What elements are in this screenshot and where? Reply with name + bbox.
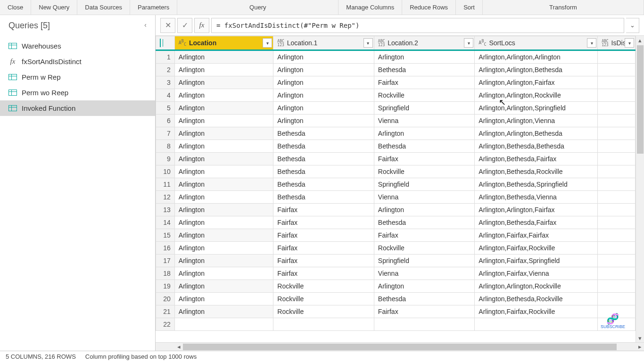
table-row[interactable]: 16ArlingtonFairfaxRockvilleArlington,Fai… (156, 242, 636, 255)
cell[interactable]: Bethesda (273, 191, 374, 204)
cell[interactable]: Rockville (273, 293, 374, 305)
row-number[interactable]: 19 (156, 280, 175, 293)
row-number[interactable]: 8 (156, 140, 175, 153)
cell[interactable]: Arlington (174, 255, 273, 267)
cell[interactable]: Arlington,Bethesda,Rockville (475, 165, 598, 178)
formula-input[interactable]: = fxSortAndIsDistinct(#"Perm w Rep") (211, 18, 624, 33)
cell[interactable]: Arlington,Bethesda,Fairfax (475, 153, 598, 165)
cell[interactable] (598, 216, 636, 229)
cell[interactable]: Fairfax (273, 267, 374, 280)
row-number[interactable]: 20 (156, 293, 175, 305)
row-number[interactable]: 21 (156, 305, 175, 318)
cell[interactable]: Arlington (174, 178, 273, 191)
query-item-perm-wo-reep[interactable]: Perm wo Reep (0, 85, 155, 100)
row-number[interactable]: 12 (156, 191, 175, 204)
cell[interactable]: Bethesda (273, 165, 374, 178)
apply-formula-button[interactable]: ✓ (177, 18, 192, 33)
cell[interactable]: Bethesda (374, 140, 475, 153)
row-number[interactable]: 6 (156, 115, 175, 127)
ribbon-parameters[interactable]: Parameters (130, 0, 177, 15)
cell[interactable]: Arlington (174, 64, 273, 76)
cell[interactable]: Arlington,Arlington,Rockville (475, 89, 598, 102)
cell[interactable]: Arlington (174, 102, 273, 115)
query-item-warehouses[interactable]: Warehouses (0, 38, 155, 54)
cell[interactable] (598, 178, 636, 191)
cell[interactable]: Arlington,Arlington,Springfield (475, 102, 598, 115)
scroll-right-icon[interactable]: ▸ (636, 343, 644, 350)
cell[interactable]: Arlington (174, 50, 273, 64)
row-number[interactable]: 13 (156, 204, 175, 216)
table-row[interactable]: 13ArlingtonFairfaxArlingtonArlington,Arl… (156, 204, 636, 216)
cell[interactable] (273, 318, 374, 331)
table-row[interactable]: 4ArlingtonArlingtonRockvilleArlington,Ar… (156, 89, 636, 102)
cell[interactable]: Arlington,Fairfax,Fairfax (475, 229, 598, 242)
cell[interactable]: Arlington (174, 305, 273, 318)
table-row[interactable]: 1ArlingtonArlingtonArlingtonArlington,Ar… (156, 50, 636, 64)
cell[interactable]: Arlington (174, 127, 273, 140)
cell[interactable] (598, 140, 636, 153)
cell[interactable]: Arlington,Arlington,Arlington (475, 50, 598, 64)
cell[interactable]: Rockville (374, 165, 475, 178)
cell[interactable]: Arlington,Bethesda,Bethesda (475, 140, 598, 153)
cell[interactable] (598, 204, 636, 216)
cell[interactable]: Fairfax (374, 305, 475, 318)
cell[interactable]: Arlington (174, 204, 273, 216)
cell[interactable]: Fairfax (374, 229, 475, 242)
table-row[interactable]: 2ArlingtonArlingtonBethesdaArlington,Arl… (156, 64, 636, 76)
cell[interactable] (598, 50, 636, 64)
cell[interactable]: Arlington (174, 140, 273, 153)
cell[interactable]: Vienna (374, 115, 475, 127)
table-row[interactable]: 12ArlingtonBethesdaViennaArlington,Bethe… (156, 191, 636, 204)
cell[interactable]: Springfield (374, 178, 475, 191)
table-row[interactable]: 10ArlingtonBethesdaRockvilleArlington,Be… (156, 165, 636, 178)
cell[interactable]: Arlington (174, 191, 273, 204)
cell[interactable]: Arlington,Bethesda,Springfield (475, 178, 598, 191)
table-row[interactable]: 20ArlingtonRockvilleBethesdaArlington,Be… (156, 293, 636, 305)
horizontal-scrollbar[interactable]: ◂ ▸ (156, 342, 644, 351)
cell[interactable] (598, 76, 636, 89)
query-item-perm-w-rep[interactable]: Perm w Rep (0, 69, 155, 85)
cell[interactable]: Bethesda (273, 140, 374, 153)
ribbon-manage-columns[interactable]: Manage Columns (339, 0, 402, 15)
ribbon-new-query[interactable]: New Query (31, 0, 77, 15)
row-number[interactable]: 22 (156, 318, 175, 331)
cell[interactable]: Rockville (374, 242, 475, 255)
column-filter-button[interactable]: ▾ (625, 38, 634, 48)
cell[interactable]: Arlington (174, 267, 273, 280)
cell[interactable]: Arlington (174, 165, 273, 178)
query-item-fxsortandisdistinct[interactable]: fxfxSortAndIsDistinct (0, 54, 155, 69)
row-number[interactable]: 14 (156, 216, 175, 229)
cell[interactable]: Arlington (273, 115, 374, 127)
cell[interactable] (598, 293, 636, 305)
cell[interactable]: Fairfax (374, 153, 475, 165)
cell[interactable]: Bethesda (273, 153, 374, 165)
cell[interactable]: Fairfax (273, 242, 374, 255)
column-header-isdist[interactable]: ABC123IsDist▾ (598, 36, 636, 50)
table-row[interactable]: 19ArlingtonRockvilleArlingtonArlington,A… (156, 280, 636, 293)
query-item-invoked-function[interactable]: Invoked Function (0, 100, 155, 116)
column-header-location-2[interactable]: ABC123Location.2▾ (374, 36, 475, 50)
cell[interactable]: Arlington (273, 102, 374, 115)
ribbon-sort[interactable]: Sort (456, 0, 483, 15)
cell[interactable] (598, 115, 636, 127)
table-row[interactable]: 17ArlingtonFairfaxSpringfieldArlington,F… (156, 255, 636, 267)
table-row[interactable]: 11ArlingtonBethesdaSpringfieldArlington,… (156, 178, 636, 191)
cell[interactable]: Arlington,Arlington,Bethesda (475, 64, 598, 76)
cell[interactable]: Bethesda (374, 293, 475, 305)
cell[interactable]: Arlington (174, 216, 273, 229)
cell[interactable]: Bethesda (374, 216, 475, 229)
cell[interactable]: Fairfax (374, 76, 475, 89)
cell[interactable]: Arlington,Fairfax,Rockville (475, 242, 598, 255)
cell[interactable] (598, 242, 636, 255)
cell[interactable]: Fairfax (273, 255, 374, 267)
cell[interactable]: Vienna (374, 191, 475, 204)
scroll-up-icon[interactable]: ▴ (636, 36, 644, 44)
row-number[interactable]: 4 (156, 89, 175, 102)
cell[interactable]: Arlington (174, 153, 273, 165)
ribbon-close[interactable]: Close (0, 0, 31, 15)
column-filter-button[interactable]: ▾ (464, 38, 473, 48)
ribbon-data-sources[interactable]: Data Sources (77, 0, 130, 15)
collapse-queries-icon[interactable]: › (144, 22, 147, 30)
vertical-scroll-thumb[interactable] (637, 45, 644, 154)
table-row[interactable]: 18ArlingtonFairfaxViennaArlington,Fairfa… (156, 267, 636, 280)
